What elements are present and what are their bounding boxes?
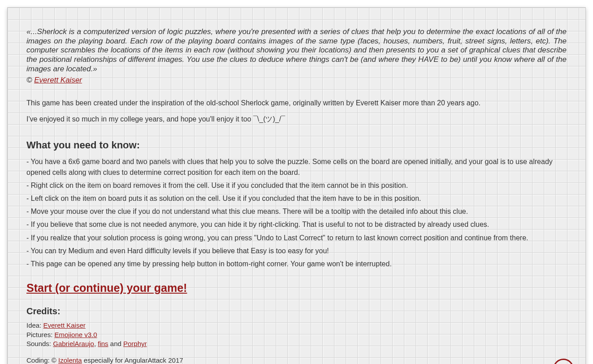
- rule-item: - Right click on the item on board remov…: [26, 180, 567, 191]
- intro-quote: «...Sherlock is a computerized version o…: [26, 27, 567, 74]
- rule-item: - If you believe that some clue is not n…: [26, 219, 567, 230]
- credit-sounds: Sounds: GabrielAraujo, fins and Porphyr: [26, 339, 567, 348]
- sound-link-1[interactable]: GabrielAraujo: [53, 340, 94, 347]
- credit-pictures: Pictures: Emojione v3.0: [26, 330, 567, 339]
- coding-label: Coding: ©: [26, 356, 58, 364]
- what-you-need-heading: What you need to know:: [26, 139, 567, 151]
- and: and: [108, 340, 123, 347]
- credits-section: Credits: Idea: Everett Kaiser Pictures: …: [26, 306, 567, 364]
- idea-label: Idea:: [26, 321, 43, 329]
- pictures-label: Pictures:: [26, 331, 55, 338]
- rule-item: - You have a 6x6 game board and two pane…: [26, 156, 567, 177]
- start-game-link[interactable]: Start (or continue) your game!: [26, 282, 187, 294]
- enjoy-para: I've enjoyed it so much in my college ye…: [26, 114, 567, 124]
- pictures-link[interactable]: Emojione v3.0: [55, 331, 97, 338]
- rule-item: - This page can be opened any time by pr…: [26, 259, 567, 269]
- sound-link-3[interactable]: Porphyr: [123, 340, 147, 347]
- idea-link[interactable]: Everett Kaiser: [43, 321, 86, 329]
- start-heading: Start (or continue) your game!: [26, 282, 567, 295]
- rule-item: - Move your mouse over the clue if you d…: [26, 206, 567, 217]
- credit-coding: Coding: © Izolenta especially for Angula…: [26, 356, 567, 364]
- sound-link-2[interactable]: fins: [98, 340, 108, 347]
- rule-item: - Left click on the item on board puts i…: [26, 193, 567, 204]
- intro-cite: © Everett Kaiser: [26, 76, 567, 85]
- sounds-label: Sounds:: [26, 340, 53, 347]
- everett-kaiser-link[interactable]: Everett Kaiser: [34, 76, 82, 84]
- coding-link[interactable]: Izolenta: [58, 356, 82, 364]
- inspiration-para: This game has been created under the ins…: [26, 98, 567, 108]
- coding-tail: especially for AngularAttack 2017: [82, 356, 183, 364]
- credits-heading: Credits:: [26, 306, 567, 316]
- cite-prefix: ©: [26, 76, 34, 84]
- rule-item: - If you realize that your solution proc…: [26, 233, 567, 243]
- credit-idea: Idea: Everett Kaiser: [26, 321, 567, 330]
- help-card: «...Sherlock is a computerized version o…: [7, 7, 586, 364]
- rule-item: - You can try Medium and even Hard diffi…: [26, 246, 567, 256]
